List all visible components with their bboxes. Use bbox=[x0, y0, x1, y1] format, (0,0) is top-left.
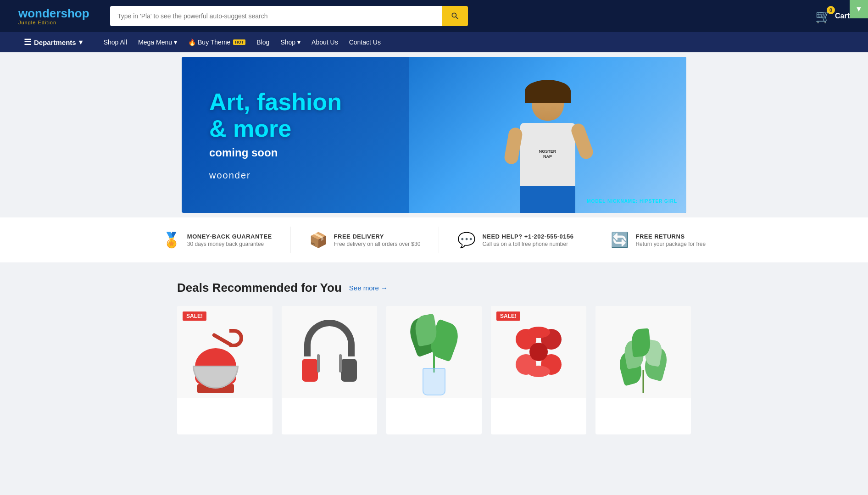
search-icon bbox=[451, 11, 460, 21]
feature-money-back-title: MONEY-BACK GUARANTEE bbox=[187, 233, 272, 240]
hamburger-icon: ☰ bbox=[24, 37, 31, 47]
search-input[interactable] bbox=[110, 6, 442, 26]
product-image-plant bbox=[386, 306, 482, 398]
cart-count: 0 bbox=[827, 6, 835, 14]
logo-text: wondershop bbox=[18, 7, 101, 19]
nav-links: Shop All Mega Menu ▾ 🔥 Buy Theme HOT Blo… bbox=[99, 32, 385, 52]
product-card-headphones[interactable] bbox=[282, 306, 377, 434]
feature-money-back-desc: 30 days money back guarantee bbox=[187, 241, 272, 247]
mega-menu-chevron-icon: ▾ bbox=[174, 39, 177, 46]
product-card-greenplant[interactable] bbox=[595, 306, 691, 434]
hero-text-block: Art, fashion & more coming soon woonder bbox=[182, 71, 369, 199]
feature-free-returns: 🔄 FREE RETURNS Return your package for f… bbox=[592, 227, 724, 253]
departments-menu[interactable]: ☰ Departments ▾ bbox=[18, 32, 88, 52]
hero-subtext: coming soon bbox=[209, 146, 342, 159]
nav-contact-us[interactable]: Contact Us bbox=[345, 32, 385, 52]
money-back-icon: 🏅 bbox=[162, 231, 181, 249]
corner-button[interactable]: ▼ bbox=[850, 0, 868, 18]
feature-help-desc: Call us on a toll free phone number bbox=[482, 241, 573, 247]
corner-arrow-icon: ▼ bbox=[855, 5, 862, 13]
help-icon: 💬 bbox=[457, 231, 476, 249]
departments-label: Departments bbox=[34, 39, 76, 46]
model-tag: MODEL NICKNAME: HIPSTER GIRL bbox=[587, 199, 677, 204]
nav-shop[interactable]: Shop ▾ bbox=[276, 32, 305, 52]
product-image-greenplant bbox=[595, 306, 691, 398]
fire-icon: 🔥 bbox=[188, 39, 196, 46]
feature-returns-title: FREE RETURNS bbox=[635, 233, 706, 240]
feature-free-delivery: 📦 FREE DELIVERY Free delivery on all ord… bbox=[291, 227, 440, 253]
sale-badge-flower: SALE! bbox=[496, 311, 520, 321]
deals-title: Deals Recommended for You bbox=[177, 281, 342, 295]
product-image-headphones bbox=[282, 306, 377, 398]
nav-mega-menu[interactable]: Mega Menu ▾ bbox=[134, 32, 182, 52]
product-card-mixer[interactable]: SALE! bbox=[177, 306, 273, 434]
product-card-flower[interactable]: SALE! bbox=[491, 306, 586, 434]
hero-headline: Art, fashion & more bbox=[209, 89, 342, 141]
feature-delivery-title: FREE DELIVERY bbox=[334, 233, 421, 240]
cart-icon: 🛒 0 bbox=[815, 9, 831, 24]
logo[interactable]: wondershop Jungle Edition bbox=[18, 7, 101, 25]
nav-buy-theme[interactable]: 🔥 Buy Theme HOT bbox=[184, 32, 250, 52]
search-bar bbox=[110, 6, 468, 26]
mixer-illustration bbox=[193, 315, 257, 389]
delivery-icon: 📦 bbox=[309, 231, 328, 249]
shop-chevron-icon: ▾ bbox=[297, 39, 300, 46]
sale-badge-mixer: SALE! bbox=[183, 311, 206, 321]
departments-chevron-icon: ▾ bbox=[79, 38, 83, 46]
nav-blog[interactable]: Blog bbox=[252, 32, 274, 52]
top-bar: wondershop Jungle Edition 🛒 0 Cart bbox=[0, 0, 868, 32]
features-row: 🏅 MONEY-BACK GUARANTEE 30 days money bac… bbox=[0, 217, 868, 262]
hot-badge: HOT bbox=[233, 39, 245, 45]
nav-shop-all[interactable]: Shop All bbox=[99, 32, 132, 52]
feature-need-help: 💬 NEED HELP? +1-202-555-0156 Call us on … bbox=[439, 227, 592, 253]
see-more-link[interactable]: See more → bbox=[349, 284, 388, 292]
deals-header: Deals Recommended for You See more → bbox=[177, 281, 691, 295]
hero-banner: Art, fashion & more coming soon woonder … bbox=[182, 57, 686, 213]
hero-image-area: NGSTERNAP MODEL NICKNAME: HIPSTER GIRL bbox=[409, 57, 686, 213]
nav-about-us[interactable]: About Us bbox=[307, 32, 343, 52]
returns-icon: 🔄 bbox=[611, 231, 629, 249]
hero-brand: woonder bbox=[209, 170, 342, 181]
product-card-plant[interactable] bbox=[386, 306, 482, 434]
feature-money-back: 🏅 MONEY-BACK GUARANTEE 30 days money bac… bbox=[144, 227, 291, 253]
feature-help-title: NEED HELP? +1-202-555-0156 bbox=[482, 233, 573, 240]
logo-subtitle: Jungle Edition bbox=[18, 20, 101, 25]
feature-returns-desc: Return your package for free bbox=[635, 241, 706, 247]
cart-area[interactable]: 🛒 0 Cart bbox=[815, 9, 850, 24]
products-grid: SALE! bbox=[177, 306, 691, 434]
hero-section: Art, fashion & more coming soon woonder … bbox=[0, 52, 868, 217]
nav-bar: ☰ Departments ▾ Shop All Mega Menu ▾ 🔥 B… bbox=[0, 32, 868, 52]
cart-label: Cart bbox=[835, 12, 850, 20]
feature-delivery-desc: Free delivery on all orders over $30 bbox=[334, 241, 421, 247]
deals-section: Deals Recommended for You See more → SAL… bbox=[159, 262, 709, 444]
search-button[interactable] bbox=[442, 6, 468, 26]
